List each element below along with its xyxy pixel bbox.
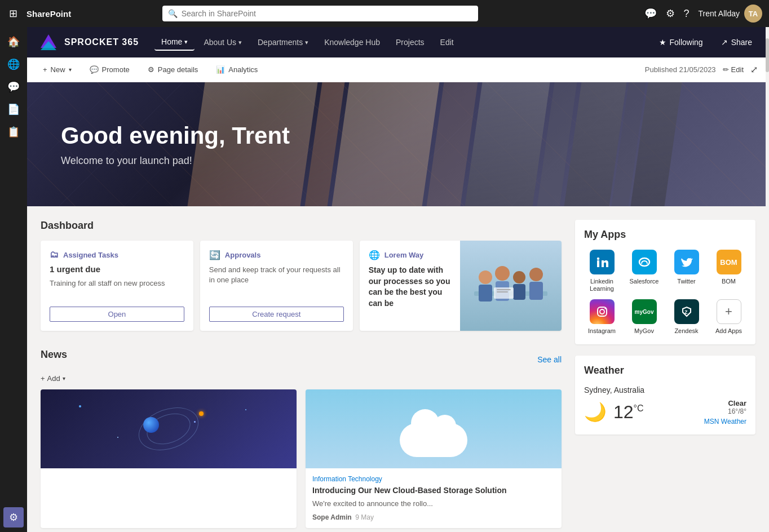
news-cards: Information Technology Introducing Our N…: [41, 389, 562, 528]
weather-location: Sydney, Australia: [584, 385, 746, 394]
page-details-icon: ⚙: [148, 65, 154, 74]
dashboard-title: Dashboard: [41, 220, 562, 232]
published-text: Published 21/05/2023: [645, 65, 716, 74]
cloud-shape: [400, 423, 467, 457]
twitter-icon: [674, 250, 699, 274]
site-logo[interactable]: SPROCKET 365: [38, 32, 139, 52]
news-add-button[interactable]: + Add ▾: [41, 374, 562, 383]
see-all-link[interactable]: See all: [537, 355, 562, 364]
edit-button[interactable]: ✏ Edit: [723, 65, 744, 74]
app-add[interactable]: + Add Apps: [711, 299, 746, 335]
page-details-button[interactable]: ⚙ Page details: [143, 63, 203, 76]
help-icon[interactable]: ?: [684, 8, 690, 20]
bom-icon: BOM: [717, 250, 741, 274]
new-button[interactable]: + New ▾: [38, 63, 76, 76]
add-apps-label: Add Apps: [715, 327, 742, 335]
app-zendesk[interactable]: Z Zendesk: [669, 299, 704, 335]
logo-icon: [38, 32, 59, 52]
nav-knowledge-hub[interactable]: Knowledge Hub: [317, 34, 387, 50]
sidebar-list-icon[interactable]: 📋: [3, 122, 24, 142]
user-profile[interactable]: Trent Allday TA: [699, 5, 762, 23]
nav-about[interactable]: About Us ▾: [197, 34, 249, 50]
sidebar-doc-icon[interactable]: 📄: [3, 99, 24, 119]
app-bom[interactable]: BOM BOM: [711, 250, 746, 292]
news-card-cloud-body: Information Technology Introducing Our N…: [306, 468, 562, 528]
promote-icon: 💬: [90, 65, 99, 74]
share-button[interactable]: ↗ Share: [715, 34, 758, 50]
salesforce-label: Salesforce: [630, 278, 659, 285]
svg-point-9: [529, 268, 543, 281]
lorem-icon: 🌐: [369, 250, 380, 260]
instagram-label: Instagram: [588, 327, 616, 335]
weather-condition: Clear: [704, 399, 746, 407]
approvals-icon: 🔄: [209, 250, 220, 260]
new-chevron: ▾: [69, 66, 72, 73]
create-request-button[interactable]: Create request: [209, 307, 344, 322]
scroll-thumb[interactable]: [766, 38, 769, 72]
expand-icon[interactable]: ⤢: [750, 64, 758, 75]
search-input[interactable]: [162, 6, 478, 21]
settings-icon[interactable]: ⚙: [666, 7, 675, 20]
app-linkedin[interactable]: LinkedinLearning: [584, 250, 620, 292]
sidebar-sprocket-icon[interactable]: ⚙: [3, 507, 24, 527]
nav-about-chevron: ▾: [238, 39, 242, 46]
svg-point-7: [513, 271, 525, 283]
app-twitter[interactable]: Twitter: [669, 250, 704, 292]
nav-edit[interactable]: Edit: [434, 34, 461, 50]
chat-icon[interactable]: 💬: [644, 7, 657, 20]
waffle-icon[interactable]: ⊞: [7, 5, 20, 22]
weather-source[interactable]: MSN Weather: [704, 418, 746, 425]
hero-banner: Good evening, Trent Welcome to your laun…: [27, 82, 769, 206]
share-icon: ↗: [721, 38, 728, 47]
nav-projects[interactable]: Projects: [389, 34, 431, 50]
toolbar-right: Published 21/05/2023 ✏ Edit ⤢: [645, 64, 758, 75]
svg-point-16: [596, 258, 599, 260]
nav-departments-chevron: ▾: [305, 39, 308, 46]
bom-label: BOM: [722, 278, 736, 285]
add-apps-icon: +: [717, 299, 741, 324]
hero-subtitle: Welcome to your launch pad!: [61, 155, 290, 167]
hero-greeting: Good evening, Trent: [61, 122, 290, 149]
news-section: News See all + Add ▾: [41, 349, 562, 528]
svg-point-20: [604, 308, 606, 309]
content-right: My Apps LinkedinLearning Sal: [575, 220, 755, 532]
topbar-right: 💬 ⚙ ? Trent Allday TA: [644, 5, 762, 23]
lorem-content: 🌐 Lorem Way Stay up to date with our pro…: [360, 241, 460, 331]
sidebar-globe-icon[interactable]: 🌐: [3, 54, 24, 74]
apps-grid: LinkedinLearning Salesforce: [584, 250, 746, 335]
app-salesforce[interactable]: Salesforce: [626, 250, 662, 292]
svg-point-19: [600, 309, 604, 314]
nav-home-chevron: ▾: [184, 38, 188, 46]
app-mygov[interactable]: myGov MyGov: [626, 299, 662, 335]
lorem-way-card: 🌐 Lorem Way Stay up to date with our pro…: [360, 241, 562, 331]
scrollbar[interactable]: [766, 27, 769, 532]
edit-icon: ✏: [723, 65, 729, 74]
zendesk-icon: Z: [674, 299, 699, 324]
plus-icon: +: [43, 65, 47, 74]
news-add-icon: +: [41, 374, 45, 383]
site-header-right: ★ Following ↗ Share: [653, 34, 758, 50]
tasks-open-button[interactable]: Open: [50, 307, 184, 322]
app-instagram[interactable]: Instagram: [584, 299, 620, 335]
linkedin-icon: [590, 250, 615, 274]
svg-rect-8: [513, 284, 525, 300]
left-sidebar: 🏠 🌐 💬 📄 📋 ➕ ⚙: [0, 27, 27, 532]
news-meta-cloud: Sope Admin 9 May: [312, 513, 555, 521]
avatar: TA: [744, 5, 762, 23]
weather-icon: 🌙: [584, 401, 607, 423]
following-button[interactable]: ★ Following: [653, 34, 709, 50]
tasks-icon: 🗂: [50, 250, 59, 260]
card-tasks-desc: Training for all staff on new process: [50, 278, 184, 289]
sidebar-home-icon[interactable]: 🏠: [3, 32, 24, 52]
svg-rect-4: [479, 285, 492, 302]
news-title-cloud: Introducing Our New Cloud-Based Storage …: [312, 485, 555, 495]
approvals-card: 🔄 Approvals Send and keep track of your …: [200, 241, 353, 331]
card-tasks-header: 🗂 Assigned Tasks: [50, 250, 184, 260]
sidebar-chat-icon[interactable]: 💬: [3, 77, 24, 97]
analytics-button[interactable]: 📊 Analytics: [211, 63, 262, 76]
svg-point-17: [639, 258, 649, 266]
nav-home[interactable]: Home ▾: [154, 34, 195, 51]
promote-button[interactable]: 💬 Promote: [85, 63, 134, 76]
nav-departments[interactable]: Departments ▾: [251, 34, 315, 50]
instagram-icon: [590, 299, 615, 324]
